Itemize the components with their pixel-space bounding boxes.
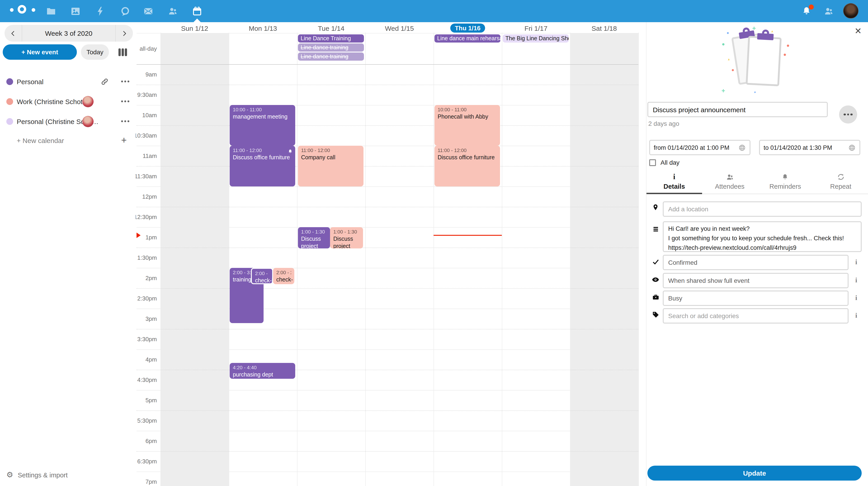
event-actions-menu-button[interactable] [839,106,857,123]
allday-separator [136,64,638,65]
notifications-bell-icon[interactable] [799,4,814,19]
status-info-icon[interactable]: i [852,258,860,266]
status-value: Confirmed [668,259,698,266]
event-time: 10:00 - 11:00 [233,106,292,113]
week-navigation: Week 3 of 2020 [4,25,133,41]
calendar-color-dot [6,118,13,125]
day-header-label: Tue 1/14 [318,24,344,32]
calendar-menu-icon[interactable] [121,120,129,122]
event-title-input[interactable] [647,102,828,117]
tab-reminders[interactable]: Reminders [757,172,813,194]
all-day-label: all-day [136,33,160,64]
tab-details[interactable]: i Details [647,172,702,194]
timezone-globe-icon[interactable] [738,144,746,151]
calendar-event[interactable]: 1:00 - 1:30Discuss project [330,227,363,249]
location-input[interactable] [663,201,862,217]
categories-input[interactable] [663,308,848,323]
event-time: 1:00 - 1:30 [301,229,327,235]
start-datetime-value: from 01/14/2020 at 1:00 PM [654,144,738,151]
share-link-icon[interactable] [100,77,109,88]
visibility-select[interactable]: When shared show full event [663,273,848,288]
day-header-label: Fri 1/17 [524,24,548,32]
weekend-shade [570,33,638,486]
calendar-event[interactable]: 11:00 - 12:00Company call [298,146,364,187]
all-day-event[interactable]: Line dance training [298,44,364,52]
talk-icon[interactable] [118,4,133,19]
description-textarea[interactable]: Hi Carl! are you in next week? I got som… [663,221,862,252]
update-button[interactable]: Update [647,466,862,481]
day-header[interactable]: Sun 1/12 [160,23,229,33]
checkbox-unchecked[interactable] [649,159,656,166]
grid-line [136,146,638,146]
all-day-event[interactable]: Line dance training [298,53,364,61]
status-select[interactable]: Confirmed [663,255,848,270]
end-datetime-picker[interactable]: to 01/14/2020 at 1:30 PM [759,140,860,155]
nextcloud-logo[interactable] [10,5,41,17]
day-header-label: Wed 1/15 [385,24,414,32]
day-header[interactable]: Thu 1/16 [434,23,502,33]
activity-icon[interactable] [93,4,108,19]
grid-line [434,33,434,486]
calendar-event[interactable]: 10:00 - 11:00Phonecall with Abby [434,105,500,146]
calendar-menu-icon[interactable] [121,81,129,82]
photos-icon[interactable] [68,4,83,19]
day-header[interactable]: Tue 1/14 [297,23,365,33]
start-datetime-picker[interactable]: from 01/14/2020 at 1:00 PM [649,140,750,155]
tab-repeat[interactable]: Repeat [813,172,868,194]
freebusy-info-icon[interactable]: i [852,294,860,302]
all-day-checkbox[interactable]: All day [649,159,680,166]
calendar-color-dot [6,78,13,85]
contacts-menu-icon[interactable] [821,4,836,19]
previous-week-button[interactable] [4,25,22,41]
calendar-event[interactable]: 11:00 - 12:00Discuss office furniture [230,146,295,187]
calendar-event[interactable]: 2:00 - 2:20check-in [251,268,273,284]
grid-line [136,166,638,167]
calendar-event[interactable]: 10:00 - 11:00management meeting [230,105,295,146]
all-day-event[interactable]: The Big Line Dancing Show [503,34,569,42]
new-event-button[interactable]: + New event [3,44,77,60]
contacts-icon[interactable] [165,4,180,19]
grid-line [297,33,298,486]
new-calendar-button[interactable]: + New calendar + [0,131,135,151]
next-week-button[interactable] [116,25,133,41]
calendar-event[interactable]: 11:00 - 12:00Discuss office furniture [434,146,500,187]
today-pill: Thu 1/16 [450,24,485,33]
visibility-info-icon[interactable]: i [852,277,860,284]
day-header[interactable]: Mon 1/13 [229,23,297,33]
day-header[interactable]: Sat 1/18 [570,23,638,33]
sidebar-calendar-item[interactable]: Work (Christine Schott) [0,91,135,111]
settings-label: Settings & import [18,471,68,479]
today-button[interactable]: Today [81,44,109,60]
close-icon[interactable]: ✕ [855,26,862,36]
active-app-indicator [193,19,201,22]
day-header-label: Sat 1/18 [592,24,617,32]
sidebar-calendar-item[interactable]: Personal (Christine Scho… [0,111,135,131]
categories-info-icon[interactable]: i [852,312,860,319]
all-day-event[interactable]: Line dance main rehearsal [434,34,500,42]
sidebar-calendar-item[interactable]: Personal [0,72,135,91]
mail-icon[interactable] [141,4,156,19]
tab-attendees[interactable]: Attendees [702,172,758,194]
settings-import-button[interactable]: ⚙ Settings & import [6,470,68,480]
calendar-event[interactable]: 2:00 - 2:20check-in [273,268,294,284]
calendar-event[interactable]: 4:20 - 4:40purchasing dept [230,363,295,378]
current-time-line [434,235,502,236]
calendar-icon[interactable] [189,4,205,19]
user-avatar[interactable] [843,3,859,19]
last-modified-label: 2 days ago [648,120,679,127]
all-day-event[interactable]: Line Dance Training [298,34,364,42]
calendar-menu-icon[interactable] [121,101,129,102]
freebusy-select[interactable]: Busy [663,290,848,306]
files-icon[interactable] [43,4,59,19]
day-header[interactable]: Wed 1/15 [365,23,434,33]
day-header[interactable]: Fri 1/17 [502,23,570,33]
event-time: 4:20 - 4:40 [233,364,292,371]
week-label[interactable]: Week 3 of 2020 [22,25,116,41]
visibility-value: When shared show full event [668,277,749,284]
calendar-event[interactable]: 1:00 - 1:30Discuss project announcement [298,227,330,249]
calendar-sidebar: Week 3 of 2020 + New event Today Persona… [0,22,135,486]
week-view-toggle-icon[interactable] [119,49,127,56]
timezone-globe-icon[interactable] [848,144,856,151]
grid-line [136,451,638,452]
shared-by-avatar [82,116,94,127]
